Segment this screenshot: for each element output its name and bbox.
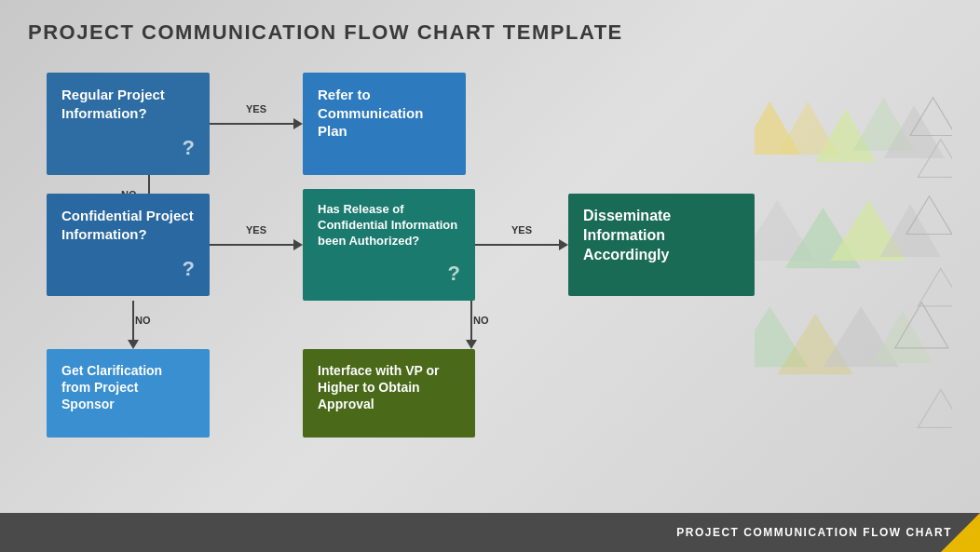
decorative-triangles — [755, 59, 952, 508]
svg-marker-9 — [880, 204, 941, 257]
question-mark-2: ? — [183, 256, 195, 283]
arrow-yes-3: YES — [475, 239, 568, 250]
question-mark-1: ? — [183, 135, 195, 162]
decorative-area — [755, 59, 952, 508]
box-refer-label: Refer to Communication Plan — [318, 86, 451, 141]
box-refer-communication: Refer to Communication Plan — [303, 73, 466, 175]
box-confidential-project: Confidential Project Information? ? — [47, 194, 210, 296]
yes-label-1: YES — [246, 103, 266, 114]
box-interface-label: Interface with VP or Higher to Obtain Ap… — [318, 362, 460, 413]
svg-marker-17 — [918, 268, 952, 306]
box-release-label: Has Release of Confidential Information … — [318, 202, 460, 249]
box-interface: Interface with VP or Higher to Obtain Ap… — [303, 349, 475, 438]
footer: PROJECT COMMUNICATION FLOW CHART — [0, 513, 980, 552]
main-container: PROJECT COMMUNICATION FLOW CHART TEMPLAT… — [0, 0, 980, 552]
content-area: Regular Project Information? ? YES Refer… — [0, 54, 980, 513]
box-clarification: Get Clarification from Project Sponsor — [47, 349, 210, 438]
footer-stripe — [941, 513, 980, 552]
no-label-3: NO — [473, 315, 489, 326]
svg-marker-14 — [872, 310, 932, 363]
box-regular-project: Regular Project Information? ? — [47, 73, 210, 175]
no-label-2: NO — [135, 315, 151, 326]
arrow-yes-1: YES — [210, 118, 303, 129]
question-mark-3: ? — [448, 261, 460, 288]
box-regular-project-label: Regular Project Information? — [61, 86, 195, 122]
yes-label-2: YES — [246, 224, 266, 236]
header: PROJECT COMMUNICATION FLOW CHART TEMPLAT… — [0, 0, 980, 54]
page-title: PROJECT COMMUNICATION FLOW CHART TEMPLAT… — [28, 20, 952, 45]
box-disseminate: Disseminate Information Accordingly — [568, 194, 755, 296]
box-confidential-label: Confidential Project Information? — [61, 207, 195, 243]
yes-label-3: YES — [511, 224, 532, 236]
arrow-yes-2: YES — [210, 239, 303, 250]
box-disseminate-label: Disseminate Information Accordingly — [583, 207, 740, 264]
footer-text: PROJECT COMMUNICATION FLOW CHART — [676, 526, 952, 539]
box-has-release: Has Release of Confidential Information … — [303, 189, 475, 301]
svg-marker-18 — [918, 390, 952, 428]
box-clarification-label: Get Clarification from Project Sponsor — [61, 362, 195, 413]
